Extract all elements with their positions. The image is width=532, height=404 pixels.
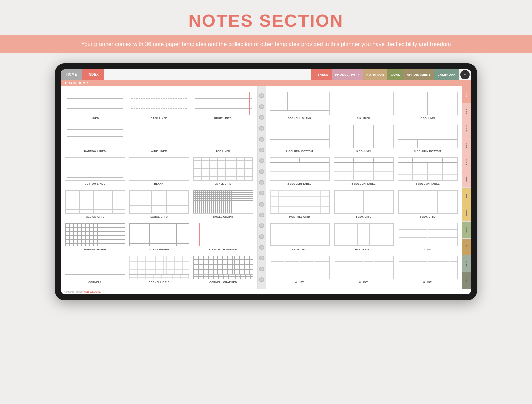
template-large-grid[interactable]: LARGE GRID <box>129 190 189 218</box>
nav-left: HOME INDEX <box>61 69 104 80</box>
brain-dump-label: BRAIN DUMP <box>65 81 88 85</box>
template-4-box-grid[interactable]: 4 BOX GRID <box>334 190 394 218</box>
planner-footer: ©Planner Planner VISIT WEBSITE <box>61 289 471 294</box>
right-page: CORNELL BLANK 1/3 LINED <box>266 86 462 289</box>
template-3-column[interactable]: 3 COLUMN <box>334 125 394 153</box>
month-tab-nov[interactable]: NOV <box>462 255 471 272</box>
pill-fitness[interactable]: FITNESS <box>311 69 332 80</box>
template-medium-grid[interactable]: MEDIUM GRID <box>65 190 125 218</box>
template-2-column[interactable]: 2 COLUMN <box>398 92 458 120</box>
template-3-column-table[interactable]: 3 COLUMN TABLE <box>334 157 394 185</box>
left-page: LINED DASH LINED RIGHT LINED <box>61 86 258 289</box>
month-tab-jun[interactable]: JUN <box>462 171 471 188</box>
pill-calendar[interactable]: CALENDAR <box>434 69 459 80</box>
template-top-lined[interactable]: TOP LINED <box>193 125 253 153</box>
template-small-grid[interactable]: SMALL GRID <box>193 157 253 185</box>
template-cornell-blank[interactable]: CORNELL BLANK <box>270 92 330 120</box>
subtitle-banner: Your planner comes with 36 note paper te… <box>0 35 532 53</box>
footer-copyright: ©Planner Planner <box>64 291 83 293</box>
brain-dump-bar: BRAIN DUMP <box>61 80 471 86</box>
month-tab-oct[interactable]: OCT <box>462 239 471 256</box>
top-nav: HOME INDEX FITNESS PRODUCTIVITY NUTRITIO… <box>61 69 471 80</box>
nav-spacer <box>104 69 311 80</box>
pill-productivity[interactable]: PRODUCTIVITY <box>332 69 363 80</box>
pill-appointment[interactable]: APPOINTMENT <box>403 69 434 80</box>
template-monthly-grid[interactable]: MONTHLY GRID <box>270 190 330 218</box>
template-cornell[interactable]: CORNELL <box>65 256 125 284</box>
tablet-screen: HOME INDEX FITNESS PRODUCTIVITY NUTRITIO… <box>61 69 471 294</box>
template-cornell-grid[interactable]: CORNELL GRID <box>129 256 189 284</box>
month-tab-aug[interactable]: AUG <box>462 205 471 222</box>
template-8-list[interactable]: 8 LIST <box>398 256 458 284</box>
pill-nutrition[interactable]: NUTRITION <box>363 69 388 80</box>
footer-link[interactable]: VISIT WEBSITE <box>83 291 101 293</box>
month-tab-jan[interactable]: JAN <box>462 86 471 103</box>
template-lined[interactable]: LINED <box>65 92 125 120</box>
template-8-box-grid[interactable]: 8 BOX GRID <box>270 223 330 251</box>
template-wide-lined[interactable]: WIDE LINED <box>129 125 189 153</box>
template-third-lined[interactable]: 1/3 LINED <box>334 92 394 120</box>
month-tabs: JAN FEB MAR APR MAY JUN JUL AUG SEP OCT … <box>462 86 471 289</box>
tablet-device: HOME INDEX FITNESS PRODUCTIVITY NUTRITIO… <box>55 63 477 300</box>
template-4-column-table[interactable]: 4 COLUMN TABLE <box>398 157 458 185</box>
template-medium-graph[interactable]: MEDIUM GRAPH <box>65 223 125 251</box>
month-tab-jul[interactable]: JUL <box>462 188 471 205</box>
page-title: NOTES SECTION <box>188 11 344 31</box>
month-tab-sep[interactable]: SEP <box>462 222 471 239</box>
template-right-lined[interactable]: RIGHT LINED <box>193 92 253 120</box>
template-lined-with-margin[interactable]: LINED WITH MARGIN <box>193 223 253 251</box>
month-tab-mar[interactable]: MAR <box>462 120 471 137</box>
template-small-graph[interactable]: SMALL GRAPH <box>193 190 253 218</box>
month-tab-may[interactable]: MAY <box>462 154 471 171</box>
template-2-column-bottom[interactable]: 2 COLUMN BOTTOM <box>270 125 330 153</box>
tab-home[interactable]: HOME <box>61 69 82 80</box>
main-content: LINED DASH LINED RIGHT LINED <box>61 86 471 289</box>
template-2-column-table[interactable]: 2 COLUMN TABLE <box>270 157 330 185</box>
template-6-box-grid[interactable]: 6 BOX GRID <box>398 190 458 218</box>
template-bottom-lined[interactable]: BOTTOM LINED <box>65 157 125 185</box>
template-6-list[interactable]: 6 LIST <box>334 256 394 284</box>
template-2-list[interactable]: 2 LIST <box>398 223 458 251</box>
template-3-column-bottom[interactable]: 3 COLUMN BOTTOM <box>398 125 458 153</box>
nav-right: FITNESS PRODUCTIVITY NUTRITION GOAL APPO… <box>311 69 471 80</box>
template-10-box-grid[interactable]: 10 BOX GRID <box>334 223 394 251</box>
template-dash-lined[interactable]: DASH LINED <box>129 92 189 120</box>
month-tab-apr[interactable]: APR <box>462 137 471 154</box>
home-icon[interactable]: ⌂ <box>460 70 470 79</box>
template-narrow-lined[interactable]: NARROW LINED <box>65 125 125 153</box>
template-cornell-graphed[interactable]: CORNELL GRAPHED <box>193 256 253 284</box>
template-large-graph[interactable]: LARGE GRAPH <box>129 223 189 251</box>
subtitle-text: Your planner comes with 36 note paper te… <box>81 41 451 47</box>
pill-goal[interactable]: GOAL <box>387 69 403 80</box>
template-blank[interactable]: BLANK <box>129 157 189 185</box>
month-tab-dec[interactable]: DEC <box>462 272 471 290</box>
tab-index[interactable]: INDEX <box>82 69 104 80</box>
page-header: NOTES SECTION <box>188 0 344 35</box>
month-tab-feb[interactable]: FEB <box>462 103 471 120</box>
spiral-binding <box>258 86 266 289</box>
template-4-list[interactable]: 4 LIST <box>270 256 330 284</box>
